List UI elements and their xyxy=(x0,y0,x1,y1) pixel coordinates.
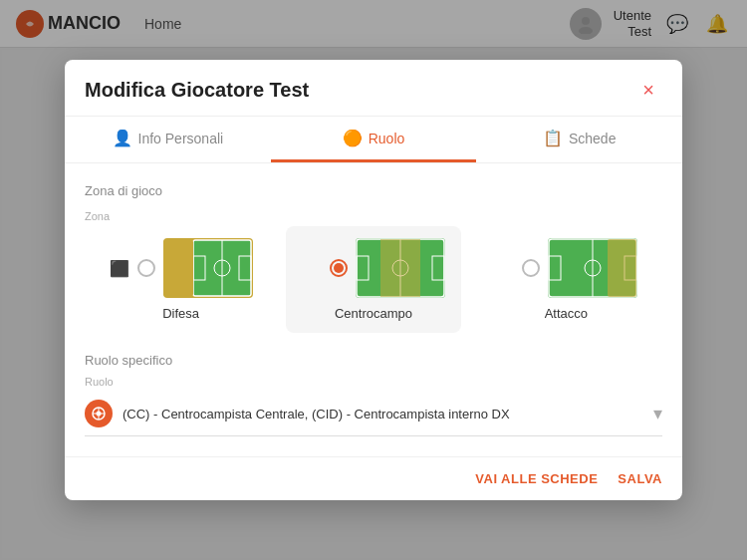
difesa-radio[interactable] xyxy=(137,259,155,277)
tab-schede[interactable]: 📋 Schede xyxy=(476,117,682,162)
modal-tabs: 👤 Info Personali 🟠 Ruolo 📋 Schede xyxy=(65,117,682,163)
difesa-label: Difesa xyxy=(162,306,199,321)
ruolo-dropdown-arrow[interactable]: ▾ xyxy=(653,403,662,424)
ruolo-value: (CC) - Centrocampista Centrale, (CID) - … xyxy=(123,407,653,421)
svg-rect-17 xyxy=(380,239,420,297)
modal-title: Modifica Giocatore Test xyxy=(85,79,634,102)
centrocampo-inner xyxy=(302,238,445,298)
centrocampo-radio[interactable] xyxy=(330,259,348,277)
zone-card-attacco[interactable]: Attacco xyxy=(478,226,653,333)
zone-section-title: Zona di gioco xyxy=(85,183,662,198)
tab-info[interactable]: 👤 Info Personali xyxy=(65,117,271,162)
zone-card-centrocampo[interactable]: Centrocampo xyxy=(286,226,461,333)
difesa-field xyxy=(163,238,253,298)
ruolo-field-label: Ruolo xyxy=(85,376,662,388)
centrocampo-field xyxy=(356,238,445,298)
info-tab-icon: 👤 xyxy=(113,129,132,147)
modal-footer: VAI ALLE SCHEDE SALVA xyxy=(65,456,682,500)
modal-overlay: Modifica Giocatore Test × 👤 Info Persona… xyxy=(0,0,747,560)
modal-header: Modifica Giocatore Test × xyxy=(65,60,682,117)
attacco-radio[interactable] xyxy=(522,259,540,277)
attacco-field xyxy=(548,238,637,298)
ruolo-icon xyxy=(85,400,113,427)
schede-tab-icon: 📋 xyxy=(543,129,563,147)
attacco-inner xyxy=(494,238,637,298)
salva-button[interactable]: SALVA xyxy=(618,471,662,486)
ruolo-section-title: Ruolo specifico xyxy=(85,353,662,368)
svg-rect-24 xyxy=(608,239,636,297)
zone-card-difesa[interactable]: ⬛ xyxy=(94,226,269,333)
modal-close-button[interactable]: × xyxy=(634,76,662,104)
ruolo-tab-icon: 🟠 xyxy=(343,129,363,147)
zone-cards: ⬛ xyxy=(85,226,662,333)
ruolo-section: Ruolo specifico Ruolo (CC) - Centrocampi… xyxy=(85,353,662,436)
modal-body: Zona di gioco Zona ⬛ xyxy=(65,163,682,456)
svg-rect-10 xyxy=(163,240,193,296)
difesa-icon: ⬛ xyxy=(110,259,129,278)
difesa-inner: ⬛ xyxy=(110,238,253,298)
modal: Modifica Giocatore Test × 👤 Info Persona… xyxy=(65,60,682,500)
zone-field-label: Zona xyxy=(85,210,662,222)
centrocampo-label: Centrocampo xyxy=(335,306,412,321)
vai-alle-schede-button[interactable]: VAI ALLE SCHEDE xyxy=(475,471,598,486)
tab-ruolo[interactable]: 🟠 Ruolo xyxy=(271,117,477,162)
ruolo-select-row[interactable]: (CC) - Centrocampista Centrale, (CID) - … xyxy=(85,392,662,436)
attacco-label: Attacco xyxy=(545,306,588,321)
